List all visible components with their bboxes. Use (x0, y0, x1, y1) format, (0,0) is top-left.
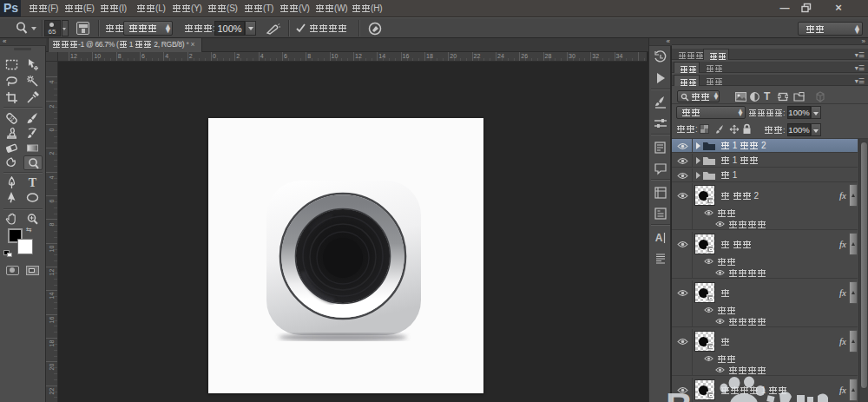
svg-text:B: B (666, 385, 693, 402)
svg-text:A: A (655, 232, 663, 244)
svg-text:T: T (29, 176, 37, 189)
